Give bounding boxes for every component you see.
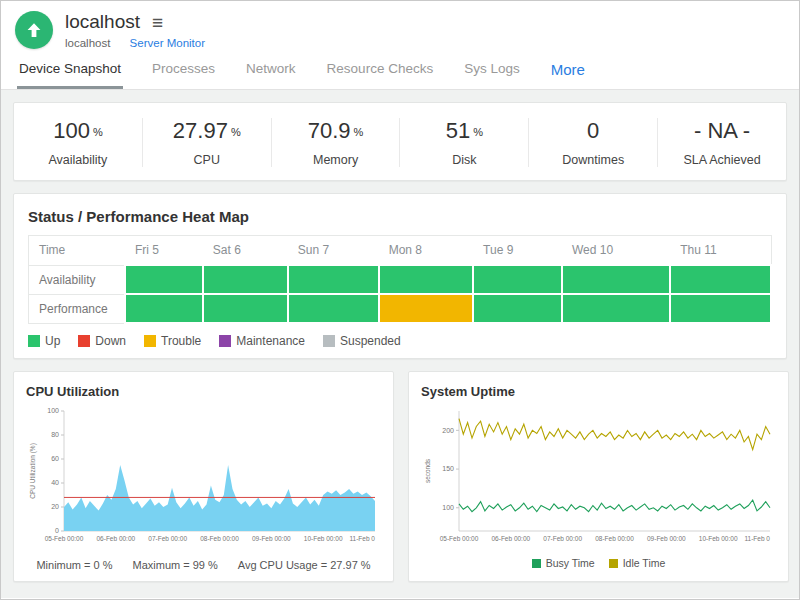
legend-swatch-icon — [219, 335, 231, 347]
heatmap-col-mon-8: Mon 8 — [379, 236, 473, 266]
legend-swatch-icon — [532, 559, 541, 568]
uptime-legend-idle-time: Idle Time — [609, 557, 666, 569]
tab-more[interactable]: More — [549, 53, 587, 89]
legend-label: Idle Time — [623, 557, 666, 569]
tab-resource-checks[interactable]: Resource Checks — [325, 53, 436, 89]
metric-sla-achieved[interactable]: - NA -SLA Achieved — [657, 118, 786, 167]
metric-label: Availability — [14, 153, 142, 167]
svg-text:05-Feb 00:00: 05-Feb 00:00 — [45, 535, 84, 542]
svg-text:05-Feb 00:00: 05-Feb 00:00 — [440, 535, 479, 542]
heatmap-cell-up[interactable] — [203, 294, 288, 323]
metric-label: CPU — [143, 153, 271, 167]
heatmap-col-time: Time — [29, 236, 126, 266]
tab-bar: Device SnapshotProcessesNetworkResource … — [1, 53, 799, 90]
tab-processes[interactable]: Processes — [150, 53, 217, 89]
metric-unit: % — [473, 126, 483, 138]
cpu-stat: Minimum = 0 % — [36, 559, 112, 571]
metric-disk[interactable]: 51%Disk — [399, 118, 528, 167]
metric-cpu[interactable]: 27.97%CPU — [142, 118, 271, 167]
breadcrumb-device: localhost — [65, 37, 110, 49]
uptime-chart-title: System Uptime — [421, 384, 776, 399]
heatmap-table: TimeFri 5Sat 6Sun 7Mon 8Tue 9Wed 10Thu 1… — [28, 235, 772, 324]
status-legend-suspended: Suspended — [323, 334, 401, 348]
heatmap-col-sun-7: Sun 7 — [288, 236, 379, 266]
legend-label: Down — [95, 334, 126, 348]
metric-label: SLA Achieved — [658, 153, 786, 167]
svg-text:150: 150 — [442, 465, 454, 472]
status-legend-down: Down — [78, 334, 126, 348]
heatmap-cell-up[interactable] — [125, 294, 203, 323]
metric-downtimes[interactable]: 0Downtimes — [528, 118, 657, 167]
heatmap-cell-up[interactable] — [670, 265, 771, 294]
svg-text:07-Feb 00:00: 07-Feb 00:00 — [543, 535, 582, 542]
heatmap-cell-up[interactable] — [288, 294, 379, 323]
device-status-up-icon — [15, 11, 53, 49]
heatmap-cell-up[interactable] — [203, 265, 288, 294]
heatmap-cell-up[interactable] — [562, 294, 670, 323]
metric-unit: % — [93, 126, 103, 138]
metric-label: Disk — [400, 153, 528, 167]
heatmap-cell-up[interactable] — [473, 265, 562, 294]
metric-value: 70.9% — [272, 118, 400, 144]
legend-swatch-icon — [144, 335, 156, 347]
title-block: localhost ≡ localhost Server Monitor — [65, 11, 205, 49]
heatmap-cell-up[interactable] — [562, 265, 670, 294]
metric-value: 0 — [529, 118, 657, 144]
status-legend-up: Up — [28, 334, 60, 348]
svg-text:07-Feb 00:00: 07-Feb 00:00 — [148, 535, 187, 542]
status-legend-trouble: Trouble — [144, 334, 201, 348]
tab-device-snapshot[interactable]: Device Snapshot — [17, 53, 123, 89]
heatmap-row-label-availability: Availability — [29, 265, 126, 294]
svg-text:08-Feb 00:00: 08-Feb 00:00 — [595, 535, 634, 542]
cpu-stat: Avg CPU Usage = 27.97 % — [238, 559, 371, 571]
heatmap-cell-up[interactable] — [125, 265, 203, 294]
system-uptime-card: System Uptime 10015020005-Feb 00:0006-Fe… — [408, 371, 789, 582]
page-title: localhost — [65, 11, 140, 33]
cpu-utilization-card: CPU Utilization 02040608010005-Feb 00:00… — [13, 371, 394, 582]
tab-network[interactable]: Network — [244, 53, 298, 89]
svg-text:10-Feb 00:00: 10-Feb 00:00 — [304, 535, 343, 542]
metric-memory[interactable]: 70.9%Memory — [271, 118, 400, 167]
metric-value: 100% — [14, 118, 142, 144]
heatmap-cell-up[interactable] — [473, 294, 562, 323]
svg-text:200: 200 — [442, 427, 454, 434]
heatmap-cell-trouble[interactable] — [379, 294, 473, 323]
tab-sys-logs[interactable]: Sys Logs — [462, 53, 522, 89]
svg-text:06-Feb 00:00: 06-Feb 00:00 — [491, 535, 530, 542]
charts-row: CPU Utilization 02040608010005-Feb 00:00… — [13, 371, 787, 582]
metric-label: Downtimes — [529, 153, 657, 167]
breadcrumb-server-monitor-link[interactable]: Server Monitor — [130, 37, 205, 49]
uptime-chart-legend: Busy TimeIdle Time — [421, 557, 776, 569]
legend-label: Suspended — [340, 334, 401, 348]
svg-text:20: 20 — [51, 503, 59, 510]
up-arrow-icon — [23, 19, 45, 41]
metric-unit: % — [231, 126, 241, 138]
heatmap-col-wed-10: Wed 10 — [562, 236, 670, 266]
cpu-stat: Maximum = 99 % — [133, 559, 218, 571]
dashboard-content: 100%Availability27.97%CPU70.9%Memory51%D… — [1, 90, 799, 598]
cpu-chart-stats: Minimum = 0 %Maximum = 99 %Avg CPU Usage… — [26, 559, 381, 571]
metric-unit: % — [354, 126, 364, 138]
svg-text:60: 60 — [51, 455, 59, 462]
menu-icon[interactable]: ≡ — [152, 13, 163, 32]
legend-swatch-icon — [78, 335, 90, 347]
metric-value: 51% — [400, 118, 528, 144]
uptime-legend-busy-time: Busy Time — [532, 557, 595, 569]
heatmap-cell-up[interactable] — [670, 294, 771, 323]
heatmap-card: Status / Performance Heat Map TimeFri 5S… — [13, 193, 787, 359]
heatmap-col-thu-11: Thu 11 — [670, 236, 771, 266]
svg-text:06-Feb 00:00: 06-Feb 00:00 — [96, 535, 135, 542]
svg-text:10-Feb 00:00: 10-Feb 00:00 — [699, 535, 738, 542]
metric-availability[interactable]: 100%Availability — [14, 118, 142, 167]
svg-text:09-Feb 00:00: 09-Feb 00:00 — [252, 535, 291, 542]
metric-value: - NA - — [658, 118, 786, 144]
heatmap-col-tue-9: Tue 9 — [473, 236, 562, 266]
metric-label: Memory — [272, 153, 400, 167]
svg-text:80: 80 — [51, 431, 59, 438]
metrics-summary: 100%Availability27.97%CPU70.9%Memory51%D… — [13, 102, 787, 181]
svg-text:100: 100 — [47, 407, 59, 414]
heatmap-legend: UpDownTroubleMaintenanceSuspended — [28, 334, 772, 348]
svg-text:40: 40 — [51, 479, 59, 486]
heatmap-cell-up[interactable] — [288, 265, 379, 294]
heatmap-cell-up[interactable] — [379, 265, 473, 294]
